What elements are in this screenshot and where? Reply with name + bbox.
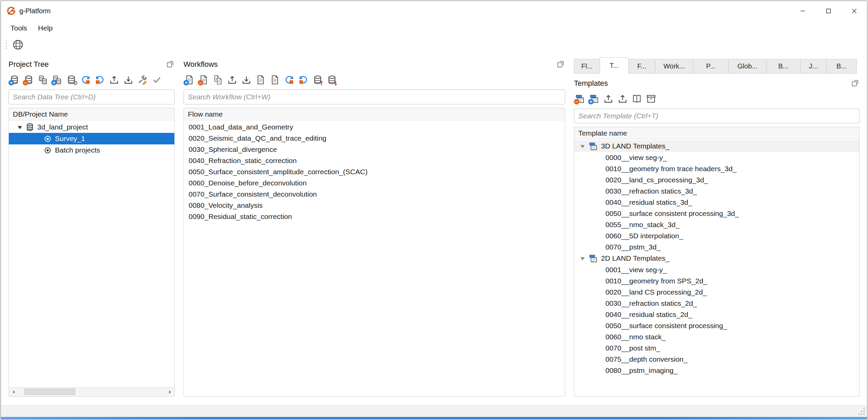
expand-arrow-icon[interactable] <box>17 124 23 130</box>
sync-project-icon[interactable] <box>94 74 106 86</box>
maximize-button[interactable] <box>815 1 841 21</box>
expand-arrow-icon[interactable] <box>580 256 585 261</box>
apply-check-icon[interactable] <box>151 74 163 86</box>
add-template-icon[interactable]: + <box>588 93 600 105</box>
tab-b1[interactable]: B... <box>766 59 801 74</box>
minimize-button[interactable] <box>790 1 815 21</box>
project-tree-title-row: Project Tree <box>8 57 175 72</box>
submit-workflow-db-icon[interactable]: ↑ <box>312 74 324 86</box>
tree-item-survey[interactable]: Survey_1 <box>9 133 174 144</box>
tab-f[interactable]: F... <box>628 59 655 74</box>
duplicate-database-icon[interactable] <box>37 74 49 86</box>
toolbar-grip[interactable] <box>5 39 7 51</box>
workflow-item[interactable]: 0001_Load_data_and_Geometry <box>184 121 565 133</box>
remove-template-icon[interactable]: – <box>574 93 586 105</box>
expand-arrow-icon[interactable] <box>580 143 585 149</box>
project-tree-header[interactable]: DB/Project Name <box>9 108 174 120</box>
menu-help[interactable]: Help <box>33 22 58 34</box>
workflow-item[interactable]: 0020_Seismic_data_QC_and_trace_editing <box>184 133 565 144</box>
template-item[interactable]: 0075__depth conversion_ <box>574 354 859 365</box>
undock-panel-icon[interactable] <box>557 60 565 68</box>
template-item[interactable]: 0070__post stm_ <box>574 342 859 354</box>
horizontal-scrollbar[interactable] <box>9 387 174 396</box>
export-workflow-icon[interactable] <box>240 74 252 86</box>
tab-b2[interactable]: B... <box>826 59 857 74</box>
template-item[interactable]: 0020__land CS processing_2d_ <box>574 286 859 298</box>
scrollbar-thumb[interactable] <box>24 388 75 395</box>
template-group-2d[interactable]: 2D LAND Templates_ <box>574 253 859 264</box>
workflows-toolbar: + – ↑ ↓ <box>184 72 565 88</box>
close-button[interactable] <box>841 1 867 21</box>
undock-panel-icon[interactable] <box>167 60 175 68</box>
copy-database-icon[interactable]: + <box>51 74 63 86</box>
workflow-item[interactable]: 0050_Surface_consistent_amplitude_correc… <box>184 166 565 177</box>
resize-grip[interactable] <box>857 407 866 416</box>
import-database-icon[interactable] <box>108 74 120 86</box>
template-item[interactable]: 0080__pstm_imaging_ <box>574 365 859 376</box>
window-accent-border <box>1 417 867 419</box>
template-library-icon[interactable] <box>631 93 643 105</box>
scroll-right-icon[interactable] <box>165 387 174 396</box>
template-archive-icon[interactable] <box>645 93 657 105</box>
tab-p[interactable]: P... <box>693 59 729 74</box>
workflow-item[interactable]: 0040_Refraction_static_correction <box>184 155 565 166</box>
template-item[interactable]: 0000__view seg-y_ <box>574 152 859 163</box>
template-item[interactable]: 0055__nmo_stack_3d_ <box>574 219 859 230</box>
tree-item-batch-projects[interactable]: Batch projects <box>9 144 174 156</box>
duplicate-workflow-icon[interactable] <box>212 74 224 86</box>
tab-j[interactable]: J... <box>800 59 827 74</box>
scrollbar-track[interactable] <box>18 387 165 396</box>
fetch-workflow-db-icon[interactable]: ↓ <box>326 74 338 86</box>
workflow-item[interactable]: 0070_Surface_consistent_deconvolution <box>184 188 565 200</box>
reload-project-icon[interactable] <box>80 74 92 86</box>
template-item[interactable]: 0010__geometry from trace headers_3d_ <box>574 163 859 174</box>
template-search-input[interactable] <box>574 108 860 123</box>
template-item[interactable]: 0050__surface consistent processing_3d_ <box>574 208 859 219</box>
workflow-report-icon[interactable] <box>269 74 281 86</box>
menu-tools[interactable]: Tools <box>5 22 33 34</box>
template-item[interactable]: 0030__refraction statics_2d_ <box>574 298 859 309</box>
template-item[interactable]: 0040__residual statics_3d_ <box>574 197 859 208</box>
tab-templates[interactable]: T... <box>600 57 629 74</box>
tab-fl[interactable]: Fl... <box>574 59 600 74</box>
export-template-icon[interactable] <box>617 93 629 105</box>
workflow-search-input[interactable] <box>184 89 565 104</box>
add-database-icon[interactable]: + <box>8 74 20 86</box>
template-item[interactable]: 0040__residual statics_2d_ <box>574 309 859 320</box>
project-tree-listbox: DB/Project Name 3d_land_project Survey_1… <box>8 108 175 397</box>
template-item[interactable]: 0050__surface consistent processing_ <box>574 320 859 331</box>
sync-workflow-icon[interactable] <box>297 74 309 86</box>
workflow-item[interactable]: 0060_Denoise_before_deconvolution <box>184 177 565 188</box>
template-item[interactable]: 0030__refraction statics_3d_ <box>574 185 859 197</box>
add-workflow-icon[interactable]: + <box>184 74 195 86</box>
workflows-header[interactable]: Flow name <box>184 108 565 120</box>
templates-header[interactable]: Template name <box>574 127 859 139</box>
project-tree-toolbar: + – + ⚙ <box>8 72 175 88</box>
export-database-icon[interactable] <box>122 74 134 86</box>
globe-icon[interactable] <box>11 38 25 52</box>
import-workflow-icon[interactable] <box>226 74 238 86</box>
template-group-3d[interactable]: 3D LAND Templates_ <box>574 140 859 152</box>
project-tree-search-input[interactable] <box>8 89 175 104</box>
remove-workflow-icon[interactable]: – <box>198 74 210 86</box>
template-item[interactable]: 0001__view seg-y_ <box>574 264 859 275</box>
template-item[interactable]: 0060__nmo stack_ <box>574 331 859 342</box>
workflow-item[interactable]: 0080_Velocity_analysis <box>184 200 565 211</box>
undock-panel-icon[interactable] <box>851 79 860 87</box>
edit-properties-icon[interactable] <box>137 74 149 86</box>
reload-workflow-icon[interactable] <box>283 74 295 86</box>
import-template-icon[interactable] <box>602 93 614 105</box>
scroll-left-icon[interactable] <box>9 387 18 396</box>
workflow-log-icon[interactable] <box>255 74 267 86</box>
database-properties-icon[interactable]: ⚙ <box>65 74 77 86</box>
workflow-item[interactable]: 0030_Spherical_divergence <box>184 144 565 155</box>
tree-item-project[interactable]: 3d_land_project <box>9 121 174 133</box>
tab-work[interactable]: Work... <box>655 59 693 74</box>
template-item[interactable]: 0060__5D interpolation_ <box>574 230 859 241</box>
remove-database-icon[interactable]: – <box>23 74 35 86</box>
template-item[interactable]: 0070__pstm_3d_ <box>574 241 859 253</box>
tab-glob[interactable]: Glob... <box>728 59 767 74</box>
template-item[interactable]: 0020__land_cs_processing_3d_ <box>574 174 859 185</box>
workflow-item[interactable]: 0090_Residual_static_correction <box>184 211 565 222</box>
template-item[interactable]: 0010__geometry from SPS_2d_ <box>574 275 859 286</box>
